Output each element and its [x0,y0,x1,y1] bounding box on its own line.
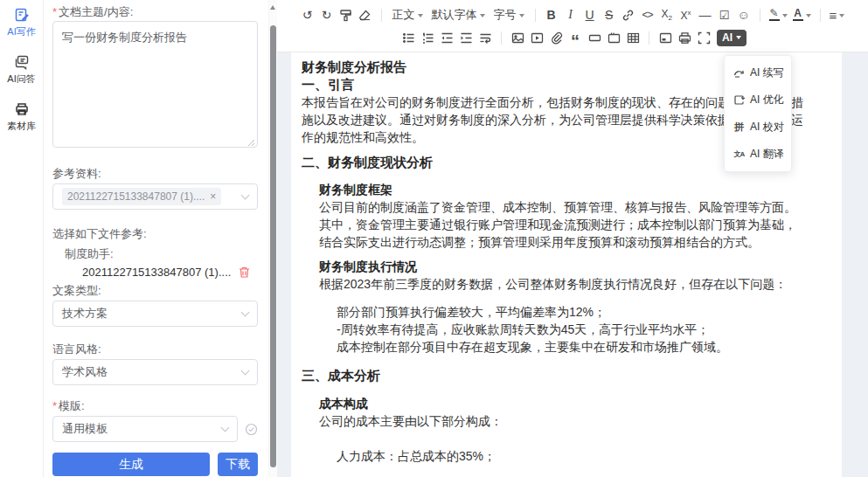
generate-button[interactable]: 生成 [52,453,210,476]
copy-type-select[interactable]: 技术方案 [52,301,258,327]
caret-down-icon [418,14,423,20]
blockquote-button[interactable]: “ [566,28,585,47]
undo-button[interactable]: ↺ [298,5,317,24]
template-label: *模版: [52,399,258,413]
fullscreen-icon [698,31,711,45]
menu-item-label: AI 续写 [750,66,784,80]
ai-optimize-icon [733,94,745,106]
material-library-icon [14,101,30,117]
doc-paragraph-line: 结合实际支出进行动态调整；预算管理则采用年度预算和滚动预算相结合的方式。 [319,233,831,251]
insert-table-button[interactable] [623,28,642,47]
insert-video-button[interactable] [527,28,546,47]
underline-button[interactable]: U [580,5,600,24]
superscript-icon: Xx [681,9,691,22]
outdent-button[interactable] [437,28,456,47]
menu-item-ai-translate[interactable]: 文A AI 翻译 [725,141,791,168]
style-select[interactable]: 学术风格 [52,359,258,385]
divider-block-icon [588,31,601,45]
chevron-down-icon [241,190,250,199]
highlight-color-button[interactable]: ✎ [767,5,790,24]
indent-button[interactable] [456,28,476,47]
app-rail: AI写作 AI问答 素材库 [0,0,44,477]
resize-handle-icon[interactable] [247,139,255,147]
doc-paragraph-line: 公司的成本主要由以下部分构成： [319,412,831,430]
toolbar-divider [649,31,649,45]
checkbox-icon: ☑ [719,9,730,22]
attachment-button[interactable] [546,28,566,47]
align-button[interactable]: ≡ [827,5,848,24]
download-button[interactable]: 下载 [218,453,258,476]
ai-menu-button[interactable]: AI [717,30,746,46]
font-color-button[interactable]: A [790,5,814,24]
paragraph-style-select[interactable]: 正文 [388,5,427,24]
subscript-button[interactable]: X2 [657,5,677,24]
caret-down-icon [736,36,741,42]
italic-button[interactable]: I [561,5,580,24]
insert-image-button[interactable] [508,28,527,47]
doc-subheading: 财务制度框架 [319,181,831,198]
editor-scrollbar[interactable] [269,0,277,477]
code-block-button[interactable] [604,28,623,47]
divider-block-button[interactable] [585,28,604,47]
check-circle-icon [245,423,258,436]
sidebar-item-ai-qa[interactable]: AI问答 [7,54,35,86]
code-block-icon [608,31,621,45]
text-wrap-icon [479,31,492,45]
font-color-icon: A [793,9,803,22]
reference-select[interactable]: 2021122715133847807 (1).... × [52,183,258,210]
iframe-button[interactable] [656,28,675,47]
tag-close-icon[interactable]: × [210,190,216,203]
sidebar-item-ai-write[interactable]: AI写作 [7,7,35,38]
caret-down-icon [519,14,524,20]
task-list-button[interactable]: ☑ [715,5,734,24]
link-icon [621,9,635,22]
video-icon [531,31,544,45]
sidebar-item-material-library[interactable]: 素材库 [7,101,36,133]
doc-subheading: 财务制度执行情况 [319,258,831,275]
text-wrap-button[interactable] [476,28,495,47]
horizontal-rule-button[interactable]: — [696,5,715,24]
format-painter-button[interactable] [337,5,356,24]
doc-paragraph-line: 公司目前的制度涵盖了资金管理、成本控制、预算管理、核算与报告、风险管理等方面。 [319,198,831,216]
reference-label: 参考资料: [52,167,258,181]
toolbar-divider [501,31,502,45]
eraser-icon [358,9,372,22]
toolbar-divider [381,9,382,22]
iframe-icon [659,31,672,45]
strikethrough-button[interactable]: S [600,5,619,24]
redo-button[interactable]: ↻ [317,5,337,24]
template-select[interactable]: 通用模板 [52,416,238,442]
ordered-list-icon [421,31,434,45]
ordered-list-button[interactable] [418,28,437,47]
style-label: 语言风格: [52,342,258,356]
scroll-up-arrow-icon[interactable] [270,5,275,10]
doc-subheading: 成本构成 [319,395,831,412]
doc-paragraph-line: 根据2023年前三季度的财务数据，公司整体财务制度执行情况良好，但存在以下问题： [319,275,831,293]
emoji-button[interactable]: ☺ [734,5,753,24]
link-button[interactable] [619,5,638,24]
bullet-list-icon [402,31,415,45]
topic-input[interactable]: 写一份财务制度分析报告 [52,21,258,148]
doc-paragraph-line: 其中，资金管理主要通过银行账户管理和现金流预测进行；成本控制以部门预算为基础， [319,216,831,233]
clear-format-button[interactable] [356,5,375,24]
superscript-button[interactable]: Xx [677,5,696,24]
inline-code-button[interactable]: <> [638,5,657,24]
menu-item-ai-continue[interactable]: AI 续写 [725,59,791,86]
menu-item-ai-proofread[interactable]: 拼 AI 校对 [725,114,791,141]
paperclip-icon [550,31,563,45]
menu-item-label: AI 翻译 [750,147,784,162]
delete-file-icon[interactable] [238,266,251,279]
menu-item-label: AI 优化 [750,93,784,107]
menu-item-ai-optimize[interactable]: AI 优化 [725,86,791,114]
menu-item-label: AI 校对 [750,120,784,135]
font-size-select[interactable]: 字号 [490,5,529,24]
bold-button[interactable]: B [542,5,561,24]
doc-list-item: 部分部门预算执行偏差较大，平均偏差率为12%； [337,303,831,321]
bullet-list-button[interactable] [399,28,418,47]
fullscreen-button[interactable] [694,28,713,47]
file-row: 2021122715133847807 (1).... [52,266,258,279]
font-family-select[interactable]: 默认字体 [427,5,490,24]
print-button[interactable] [675,28,694,47]
emoji-icon: ☺ [737,8,749,22]
scrollbar-thumb[interactable] [270,25,276,467]
